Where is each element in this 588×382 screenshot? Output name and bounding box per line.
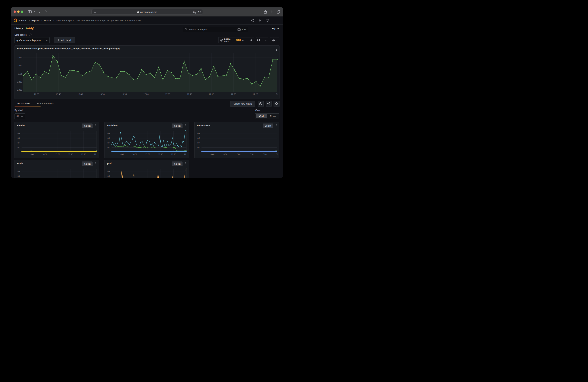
panel-cluster-menu-button[interactable] bbox=[95, 124, 97, 128]
main-metric-chart[interactable]: 0.0060.0080.010.0120.01416:3516:4016:451… bbox=[16, 51, 278, 97]
close-window-button[interactable] bbox=[14, 11, 16, 13]
panel-container-menu-button[interactable] bbox=[185, 124, 187, 128]
breadcrumb-metrics[interactable]: Metrics bbox=[44, 19, 51, 22]
svg-text:17:10: 17:10 bbox=[158, 153, 163, 155]
svg-text:17:10: 17:10 bbox=[248, 153, 253, 155]
translate-icon[interactable]: A 文 bbox=[193, 11, 196, 14]
panel-node-select-button[interactable]: Select bbox=[82, 162, 92, 166]
pod-chart[interactable]: 0.20.40.60.816:4016:5017:0017:1017:2017:… bbox=[106, 166, 187, 178]
panel-pod-select-button[interactable]: Select bbox=[172, 162, 183, 166]
refresh-icon bbox=[257, 39, 260, 42]
panel-container: container Select 0.20.40.60.816:4016:501… bbox=[105, 122, 189, 158]
search-icon bbox=[185, 28, 187, 31]
svg-text:A: A bbox=[194, 11, 195, 13]
bookmark-button[interactable] bbox=[273, 101, 279, 107]
refresh-button[interactable] bbox=[256, 38, 260, 43]
time-range-picker[interactable]: Last 1 hour UTC bbox=[218, 38, 246, 43]
time-range-text: Last 1 hour bbox=[224, 38, 235, 43]
svg-text:0.6: 0.6 bbox=[18, 175, 20, 177]
svg-text:0.2: 0.2 bbox=[18, 146, 20, 149]
clock-icon bbox=[220, 39, 223, 42]
panel-pod-menu-button[interactable] bbox=[185, 162, 187, 166]
by-label-dropdown[interactable]: All bbox=[15, 114, 25, 119]
node-chart[interactable]: 0.20.40.60.816:4016:5017:0017:1017:2017:… bbox=[16, 166, 97, 178]
news-rss-icon[interactable] bbox=[258, 19, 262, 22]
view-label: View bbox=[255, 109, 260, 112]
svg-text:16:50: 16:50 bbox=[99, 93, 105, 95]
main-panel-menu-button[interactable] bbox=[275, 47, 277, 51]
timezone-badge[interactable]: UTC bbox=[236, 39, 241, 41]
explore-button[interactable] bbox=[258, 101, 264, 107]
forward-button[interactable] bbox=[45, 10, 47, 13]
share-icon[interactable] bbox=[264, 10, 267, 14]
svg-text:16:40: 16:40 bbox=[210, 153, 214, 155]
panel-node: node Select 0.20.40.60.816:4016:5017:001… bbox=[15, 160, 99, 178]
view-grid-option[interactable]: Grid bbox=[256, 114, 267, 118]
add-label-button[interactable]: Add label bbox=[54, 37, 75, 43]
svg-text:0.4: 0.4 bbox=[18, 142, 20, 144]
breadcrumb-home[interactable]: Home bbox=[21, 19, 27, 22]
svg-text:17:30: 17:30 bbox=[184, 153, 187, 155]
url-text: play.grafana.org bbox=[140, 11, 157, 13]
share-metric-button[interactable] bbox=[266, 101, 272, 107]
panel-container-select-button[interactable]: Select bbox=[172, 124, 183, 128]
svg-text:17:20: 17:20 bbox=[231, 93, 236, 95]
svg-text:0.6: 0.6 bbox=[18, 137, 20, 139]
zoom-window-button[interactable] bbox=[21, 11, 23, 13]
svg-text:16:40: 16:40 bbox=[56, 93, 61, 95]
container-chart[interactable]: 0.20.40.60.816:4016:5017:0017:1017:2017:… bbox=[106, 128, 187, 157]
new-tab-icon[interactable] bbox=[270, 10, 273, 13]
sidebar-toggle-icon[interactable] bbox=[28, 10, 32, 13]
minimize-window-button[interactable] bbox=[17, 11, 20, 13]
svg-text:0.8: 0.8 bbox=[197, 133, 200, 135]
panel-node-menu-button[interactable] bbox=[95, 162, 97, 166]
zoom-out-button[interactable] bbox=[248, 38, 254, 43]
sidebar-chevron-icon[interactable] bbox=[33, 11, 35, 13]
svg-text:0.8: 0.8 bbox=[107, 133, 110, 135]
sign-in-button[interactable]: Sign in bbox=[272, 27, 279, 30]
view-rows-option[interactable]: Rows bbox=[267, 114, 279, 118]
display-icon[interactable] bbox=[266, 19, 269, 22]
data-source-dropdown[interactable]: grafanacloud-play-prom bbox=[15, 37, 50, 43]
settings-button[interactable] bbox=[270, 37, 279, 43]
plus-icon bbox=[58, 39, 60, 41]
svg-text:17:00: 17:00 bbox=[145, 153, 150, 155]
tab-overview-icon[interactable] bbox=[277, 10, 280, 14]
svg-text:17:00: 17:00 bbox=[235, 153, 241, 155]
data-source-value: grafanacloud-play-prom bbox=[17, 39, 41, 42]
browser-chrome: play.grafana.org A 文 bbox=[11, 7, 283, 17]
panel-cluster-select-button[interactable]: Select bbox=[82, 124, 92, 128]
by-label-value: All bbox=[17, 115, 19, 117]
cluster-chart[interactable]: 0.20.40.60.816:4016:5017:0017:1017:2017:… bbox=[16, 128, 97, 157]
panel-namespace-select-button[interactable]: Select bbox=[263, 124, 273, 128]
info-icon[interactable] bbox=[29, 34, 32, 36]
history-node-mid[interactable] bbox=[29, 27, 30, 29]
namespace-chart[interactable]: 0.20.40.60.816:4016:5017:0017:1017:2017:… bbox=[196, 128, 278, 157]
tab-breakdown[interactable]: Breakdown bbox=[17, 102, 30, 105]
svg-text:0.006: 0.006 bbox=[17, 89, 22, 91]
breadcrumb-separator: › bbox=[29, 19, 30, 22]
reload-icon[interactable] bbox=[198, 11, 201, 14]
grafana-logo[interactable] bbox=[13, 18, 18, 23]
help-icon[interactable]: ? bbox=[251, 19, 254, 22]
breadcrumb-explore[interactable]: Explore bbox=[32, 19, 40, 22]
svg-text:17:15: 17:15 bbox=[209, 93, 214, 95]
panel-namespace-menu-button[interactable] bbox=[275, 124, 277, 128]
svg-text:16:50: 16:50 bbox=[223, 153, 228, 155]
svg-text:0.2: 0.2 bbox=[107, 146, 110, 149]
svg-text:文: 文 bbox=[195, 12, 196, 13]
panel-node-title: node bbox=[17, 162, 23, 165]
history-node-current-dot bbox=[32, 28, 33, 29]
org-switcher-chevron-icon[interactable] bbox=[18, 20, 20, 21]
back-button[interactable] bbox=[38, 10, 40, 13]
svg-text:17:30: 17:30 bbox=[275, 93, 278, 95]
url-bar[interactable]: play.grafana.org A 文 bbox=[91, 9, 203, 15]
select-new-metric-button[interactable]: Select new metric bbox=[230, 101, 255, 107]
svg-text:17:10: 17:10 bbox=[68, 153, 73, 155]
star-icon bbox=[275, 102, 278, 105]
refresh-group bbox=[256, 37, 268, 43]
search-input[interactable]: Search or jump to... ⌘+k bbox=[183, 27, 248, 32]
refresh-interval-dropdown[interactable] bbox=[263, 38, 268, 43]
svg-text:17:20: 17:20 bbox=[81, 153, 86, 155]
tab-related-metrics[interactable]: Related metrics bbox=[37, 102, 54, 105]
